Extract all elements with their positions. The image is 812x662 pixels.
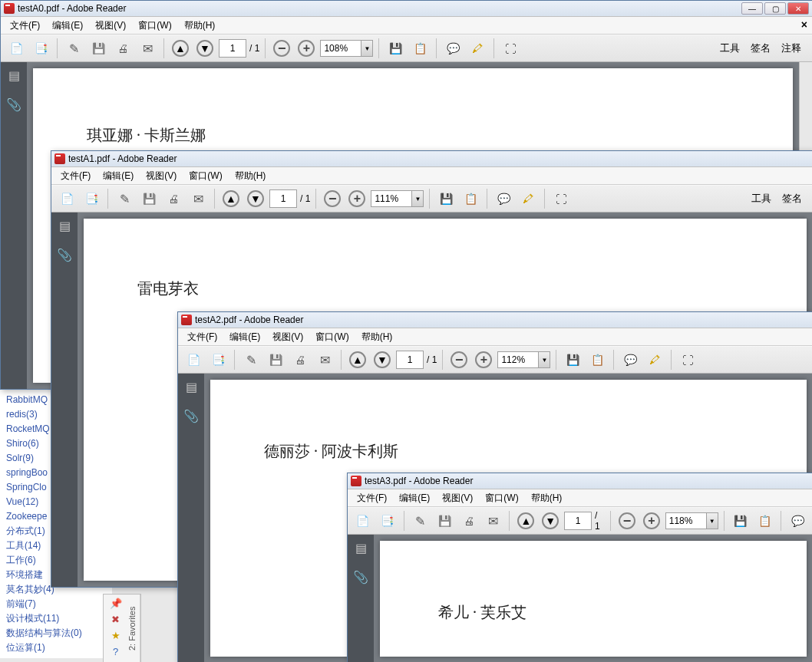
menu-window[interactable]: 窗口(W) (309, 329, 355, 345)
menu-edit[interactable]: 编辑(E) (223, 329, 266, 345)
attachments-icon[interactable] (5, 96, 22, 113)
thumbnails-icon[interactable] (5, 67, 22, 84)
menu-help[interactable]: 帮助(H) (355, 329, 399, 345)
snapshot-button[interactable] (460, 188, 481, 209)
pin-icon[interactable]: 📌 (110, 598, 122, 609)
convert-button[interactable] (240, 349, 262, 371)
create-pdf-button[interactable] (81, 188, 102, 209)
highlight-button[interactable] (644, 349, 665, 371)
save-button[interactable] (265, 349, 286, 371)
comment-button[interactable] (442, 38, 464, 59)
zoom-in-button[interactable] (346, 188, 368, 209)
email-button[interactable] (187, 188, 209, 209)
open-button[interactable] (352, 510, 374, 532)
page-number-input[interactable] (219, 39, 246, 58)
chevron-down-icon[interactable]: ▼ (706, 513, 718, 529)
titlebar[interactable]: testA0.pdf - Adobe Reader — ▢ ✕ (1, 1, 812, 17)
read-mode-button[interactable] (500, 38, 521, 59)
menu-help[interactable]: 帮助(H) (229, 168, 272, 184)
attachments-icon[interactable] (183, 407, 200, 424)
zoom-out-button[interactable] (616, 510, 638, 532)
zoom-out-button[interactable] (322, 188, 343, 209)
page-up-button[interactable]: ▲ (170, 38, 191, 59)
page-up-button[interactable]: ▲ (220, 188, 242, 209)
create-pdf-button[interactable] (207, 349, 229, 371)
tools-link[interactable]: 工具 (720, 41, 740, 55)
save-button[interactable] (138, 188, 160, 209)
menu-edit[interactable]: 编辑(E) (97, 168, 140, 184)
zoom-combo[interactable]: 108% ▼ (320, 40, 373, 57)
titlebar[interactable]: testA2.pdf - Adobe Reader (178, 312, 812, 328)
read-mode-button[interactable] (550, 188, 572, 209)
zoom-in-button[interactable] (295, 38, 317, 59)
tag-link[interactable]: 前端(7) (6, 597, 106, 611)
comment-button[interactable] (787, 510, 808, 532)
thumbnails-icon[interactable] (352, 539, 369, 556)
page-down-button[interactable]: ▼ (194, 38, 216, 59)
menu-edit[interactable]: 编辑(E) (46, 18, 89, 34)
menu-window[interactable]: 窗口(W) (132, 18, 177, 34)
convert-button[interactable] (409, 510, 431, 532)
menu-file[interactable]: 文件(F) (181, 329, 223, 345)
email-button[interactable] (483, 510, 504, 532)
doc-close-icon[interactable]: × (801, 18, 807, 31)
create-pdf-button[interactable] (30, 38, 51, 59)
document-area[interactable]: 希儿 · 芙乐艾 (374, 535, 812, 662)
save-copy-button[interactable] (435, 188, 457, 209)
email-button[interactable] (137, 38, 158, 59)
highlight-button[interactable] (467, 38, 488, 59)
page-up-button[interactable]: ▲ (515, 510, 536, 532)
menu-file[interactable]: 文件(F) (54, 168, 97, 184)
chevron-down-icon[interactable]: ▼ (411, 191, 423, 206)
zoom-in-button[interactable] (473, 349, 494, 371)
zoom-in-button[interactable] (641, 510, 662, 532)
page-number-input[interactable] (396, 351, 424, 369)
tools-link[interactable]: 工具 (751, 192, 771, 206)
page-up-button[interactable]: ▲ (347, 349, 368, 371)
save-copy-button[interactable] (730, 510, 751, 532)
comment-link[interactable]: 注释 (781, 41, 801, 55)
snapshot-button[interactable] (754, 510, 775, 532)
tag-link[interactable]: 设计模式(11) (6, 611, 106, 626)
page-down-button[interactable]: ▼ (540, 510, 561, 532)
menu-help[interactable]: 帮助(H) (178, 18, 222, 34)
thumbnails-icon[interactable] (56, 217, 73, 234)
save-copy-button[interactable] (562, 349, 583, 371)
zoom-combo[interactable]: 111% ▼ (371, 190, 424, 207)
help-icon[interactable]: ? (113, 646, 118, 657)
page-down-button[interactable]: ▼ (245, 188, 266, 209)
maximize-button[interactable]: ▢ (764, 2, 786, 15)
sign-link[interactable]: 签名 (782, 192, 802, 206)
page-down-button[interactable]: ▼ (371, 349, 393, 371)
save-copy-button[interactable] (385, 38, 406, 59)
print-button[interactable] (163, 188, 184, 209)
zoom-out-button[interactable] (271, 38, 292, 59)
attachments-icon[interactable] (352, 568, 369, 585)
print-button[interactable] (289, 349, 311, 371)
open-button[interactable] (183, 349, 204, 371)
titlebar[interactable]: testA3.pdf - Adobe Reader (348, 473, 812, 489)
tag-link[interactable]: 位运算(1) (6, 641, 106, 655)
menu-view[interactable]: 视图(V) (89, 18, 132, 34)
remove-icon[interactable]: ✖ (111, 614, 120, 625)
convert-button[interactable] (114, 188, 135, 209)
star-icon[interactable]: ★ (111, 630, 120, 641)
print-button[interactable] (458, 510, 480, 532)
menu-view[interactable]: 视图(V) (266, 329, 309, 345)
menu-help[interactable]: 帮助(H) (525, 490, 569, 506)
menu-file[interactable]: 文件(F) (351, 490, 393, 506)
chevron-down-icon[interactable]: ▼ (361, 41, 372, 56)
tag-link[interactable]: 数据结构与算法(0) (6, 626, 106, 641)
chevron-down-icon[interactable]: ▼ (538, 352, 550, 367)
zoom-out-button[interactable] (448, 349, 470, 371)
snapshot-button[interactable] (409, 38, 431, 59)
convert-button[interactable] (63, 38, 84, 59)
open-button[interactable] (56, 188, 78, 209)
zoom-combo[interactable]: 118% ▼ (665, 512, 718, 529)
save-button[interactable] (87, 38, 109, 59)
menu-file[interactable]: 文件(F) (4, 18, 46, 34)
titlebar[interactable]: testA1.pdf - Adobe Reader (51, 151, 812, 167)
save-button[interactable] (434, 510, 455, 532)
open-button[interactable] (5, 38, 27, 59)
menu-window[interactable]: 窗口(W) (479, 490, 524, 506)
